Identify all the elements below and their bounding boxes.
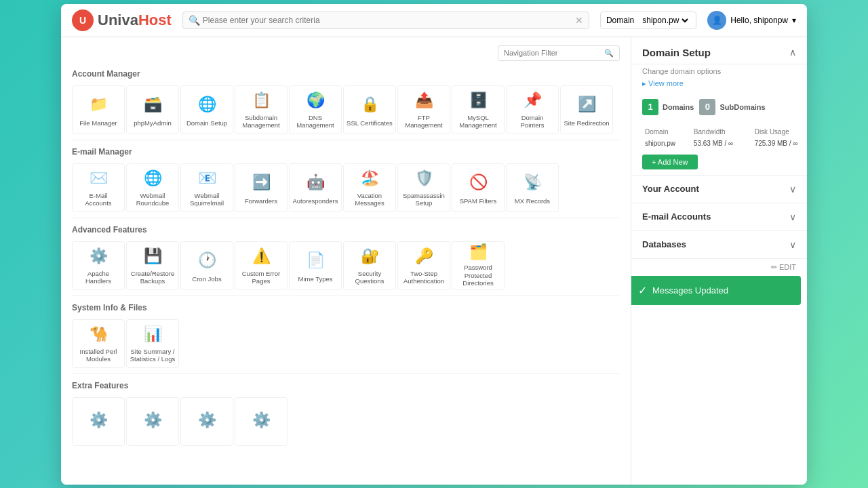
perl-modules-item[interactable]: 🐪 Installed Perl Modules xyxy=(72,319,125,368)
security-questions-label: Security Questions xyxy=(347,270,393,285)
databases-title: Databases xyxy=(642,239,686,249)
email-accounts-icon: ✉️ xyxy=(86,168,111,189)
disk-usage-cell: 725.39 MB / ∞ xyxy=(752,138,807,149)
phpmyadmin-item[interactable]: 🗃️ phpMyAdmin xyxy=(126,85,179,134)
domain-pointers-item[interactable]: 📌 Domain Pointers xyxy=(506,85,559,134)
site-redirection-label: Site Redirection xyxy=(564,119,609,127)
divider-4 xyxy=(72,373,620,374)
two-step-auth-item[interactable]: 🔑 Two-Step Authentication xyxy=(397,241,450,290)
custom-error-pages-item[interactable]: ⚠️ Custom Error Pages xyxy=(235,241,288,290)
email-accounts-section[interactable]: E-mail Accounts ∨ xyxy=(631,203,807,230)
autoresponders-label: Autoresponders xyxy=(292,197,338,205)
toast-notification: ✓ Messages Updated xyxy=(631,276,801,305)
email-accounts-title: E-mail Accounts xyxy=(642,211,711,222)
security-questions-item[interactable]: 🔐 Security Questions xyxy=(343,241,396,290)
email-accounts-item[interactable]: ✉️ E-Mail Accounts xyxy=(72,163,125,212)
toast-message: Messages Updated xyxy=(652,285,728,296)
view-more-link[interactable]: ▸ View more xyxy=(631,78,807,94)
extra-feature-4-item[interactable]: ⚙️ xyxy=(235,397,288,446)
right-panel: Domain Setup ∧ Change domain options ▸ V… xyxy=(631,37,807,485)
domain-table: Domain Bandwidth Disk Usage shipon.pw 53… xyxy=(642,126,807,149)
security-questions-icon: 🔐 xyxy=(357,246,382,267)
table-row: shipon.pw 53.63 MB / ∞ 725.39 MB / ∞ xyxy=(642,138,807,149)
domain-setup-label: Domain Setup xyxy=(186,119,227,127)
nav-filter-search-icon: 🔍 xyxy=(604,49,614,58)
ssl-icon: 🔒 xyxy=(357,92,382,117)
phpmyadmin-label: phpMyAdmin xyxy=(134,119,171,127)
vacation-messages-label: Vacation Messages xyxy=(347,192,393,207)
mysql-mgmt-label: MySQL Management xyxy=(455,114,501,129)
divider-1 xyxy=(72,140,620,140)
two-step-auth-label: Two-Step Authentication xyxy=(401,270,447,285)
divider-3 xyxy=(72,296,620,296)
edit-row: ✏ EDIT xyxy=(631,258,807,276)
webmail-squirrelmail-item[interactable]: 📧 Webmail Squirrelmail xyxy=(180,163,233,212)
domain-dropdown[interactable]: shipon.pw xyxy=(639,15,690,26)
search-icon: 🔍 xyxy=(189,15,200,26)
domain-setup-header: Domain Setup ∧ xyxy=(631,37,807,64)
bandwidth-col-header: Bandwidth xyxy=(691,126,752,138)
email-manager-grid: ✉️ E-Mail Accounts 🌐 Webmail Roundcube 📧… xyxy=(72,163,620,212)
mime-types-item[interactable]: 📄 Mime Types xyxy=(289,241,342,290)
subdomain-mgmt-item[interactable]: 📋 Subdomain Management xyxy=(235,85,288,134)
site-redirection-item[interactable]: ↗️ Site Redirection xyxy=(560,85,613,134)
mime-types-icon: 📄 xyxy=(303,248,328,272)
logo[interactable]: U UnivaHost xyxy=(72,9,172,31)
domains-stat: 1 Domains xyxy=(642,99,694,115)
webmail-roundcube-label: Webmail Roundcube xyxy=(130,192,176,207)
ssl-item[interactable]: 🔒 SSL Certificates xyxy=(343,85,396,134)
vacation-messages-item[interactable]: 🏖️ Vacation Messages xyxy=(343,163,396,212)
webmail-roundcube-item[interactable]: 🌐 Webmail Roundcube xyxy=(126,163,179,212)
domains-label: Domains xyxy=(663,103,694,111)
domain-cell: shipon.pw xyxy=(642,138,691,149)
perl-modules-label: Installed Perl Modules xyxy=(75,348,121,363)
dns-mgmt-item[interactable]: 🌍 DNS Management xyxy=(289,85,342,134)
spam-filters-icon: 🚫 xyxy=(466,170,490,195)
apache-handlers-label: Apache Handlers xyxy=(75,270,121,285)
nav-filter-input[interactable] xyxy=(504,49,601,57)
edit-link[interactable]: ✏ EDIT xyxy=(642,263,796,272)
domain-setup-collapse-icon[interactable]: ∧ xyxy=(789,47,796,58)
domain-stats-row: 1 Domains 0 SubDomains xyxy=(631,94,807,121)
your-account-title: Your Account xyxy=(642,184,699,194)
disk-usage-col-header: Disk Usage xyxy=(752,126,807,138)
search-input[interactable] xyxy=(203,16,575,25)
spamassassin-item[interactable]: 🛡️ Spamassassin Setup xyxy=(397,163,450,212)
spamassassin-icon: 🛡️ xyxy=(412,168,436,189)
your-account-section[interactable]: Your Account ∨ xyxy=(631,175,807,203)
user-info[interactable]: 👤 Hello, shiponpw ▾ xyxy=(707,11,796,30)
autoresponders-item[interactable]: 🤖 Autoresponders xyxy=(289,163,342,212)
password-protected-item[interactable]: 🗂️ Password Protected Directories xyxy=(452,241,505,290)
file-manager-item[interactable]: 📁 File Manager xyxy=(72,85,125,134)
spam-filters-item[interactable]: 🚫 SPAM Filters xyxy=(452,163,505,212)
divider-2 xyxy=(72,218,620,218)
advanced-features-heading: Advanced Features xyxy=(72,225,620,235)
add-new-button[interactable]: + Add New xyxy=(642,155,698,169)
ftp-mgmt-item[interactable]: 📤 FTP Management xyxy=(397,85,450,134)
mysql-mgmt-item[interactable]: 🗄️ MySQL Management xyxy=(452,85,505,134)
domain-selector[interactable]: Domain shipon.pw xyxy=(600,12,696,29)
webmail-squirrelmail-icon: 📧 xyxy=(195,168,219,189)
forwarders-item[interactable]: ➡️ Forwarders xyxy=(235,163,288,212)
create-restore-item[interactable]: 💾 Create/Restore Backups xyxy=(126,241,179,290)
ssl-label: SSL Certificates xyxy=(347,119,393,127)
mx-records-icon: 📡 xyxy=(520,170,545,195)
two-step-auth-icon: 🔑 xyxy=(412,246,436,267)
mx-records-item[interactable]: 📡 MX Records xyxy=(506,163,559,212)
search-clear-icon[interactable]: ✕ xyxy=(575,15,583,26)
email-accounts-label: E-Mail Accounts xyxy=(75,192,121,207)
databases-section[interactable]: Databases ∨ xyxy=(631,230,807,258)
extra-feature-3-item[interactable]: ⚙️ xyxy=(180,397,233,446)
extra-feature-1-item[interactable]: ⚙️ xyxy=(72,397,125,446)
cron-jobs-item[interactable]: 🕐 Cron Jobs xyxy=(180,241,233,290)
toast-check-icon: ✓ xyxy=(638,284,647,297)
custom-error-pages-label: Custom Error Pages xyxy=(238,270,284,285)
apache-handlers-item[interactable]: ⚙️ Apache Handlers xyxy=(72,241,125,290)
extra-features-heading: Extra Features xyxy=(72,381,620,390)
top-navigation: U UnivaHost 🔍 ✕ Domain shipon.pw 👤 Hello… xyxy=(61,4,807,37)
site-summary-item[interactable]: 📊 Site Summary / Statistics / Logs xyxy=(126,319,179,368)
logo-icon: U xyxy=(72,9,94,31)
domain-setup-item[interactable]: 🌐 Domain Setup xyxy=(180,85,233,134)
extra-feature-2-item[interactable]: ⚙️ xyxy=(126,397,179,446)
main-content: 🔍 Account Manager 📁 File Manager 🗃️ phpM… xyxy=(61,37,807,485)
